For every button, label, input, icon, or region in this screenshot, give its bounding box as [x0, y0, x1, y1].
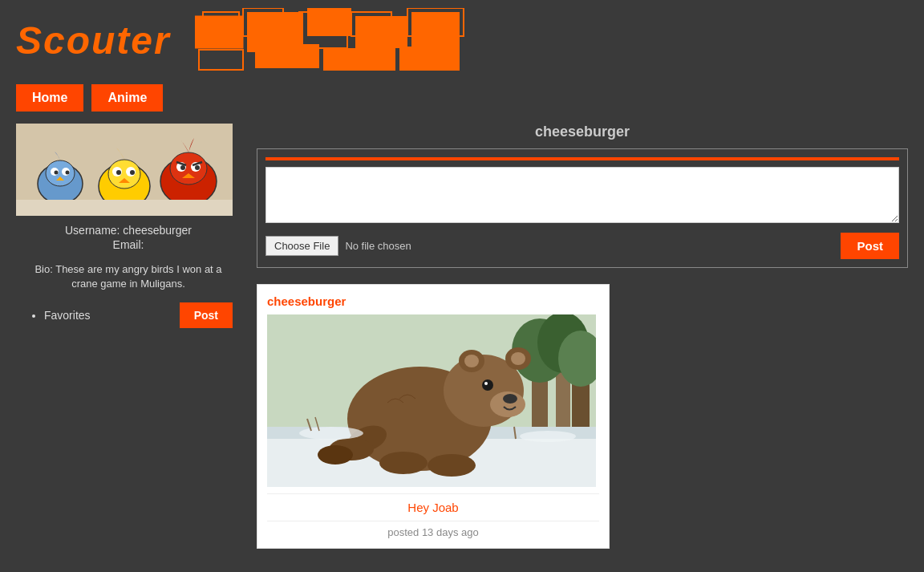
svg-point-33 — [180, 165, 185, 170]
svg-point-62 — [428, 454, 476, 477]
svg-rect-8 — [411, 12, 460, 48]
favorites-list: Favorites — [24, 309, 91, 322]
logo-container: Scouter — [16, 8, 468, 72]
svg-rect-12 — [399, 47, 460, 71]
svg-point-60 — [318, 445, 353, 464]
svg-rect-11 — [323, 48, 395, 71]
svg-point-19 — [55, 171, 59, 175]
svg-point-26 — [116, 170, 121, 175]
svg-rect-38 — [16, 200, 233, 216]
post-card-timestamp: posted 13 days ago — [267, 526, 599, 538]
header: Scouter — [0, 0, 924, 72]
svg-point-34 — [195, 165, 200, 170]
svg-point-61 — [379, 452, 428, 474]
post-textarea[interactable] — [265, 167, 899, 223]
profile-image-svg — [16, 124, 233, 216]
svg-point-52 — [464, 355, 479, 367]
svg-point-63 — [299, 427, 363, 440]
svg-rect-6 — [355, 16, 407, 48]
svg-point-55 — [503, 394, 517, 404]
bear-svg — [267, 314, 596, 487]
svg-point-27 — [130, 170, 135, 175]
bio-label: Bio: These are my angry birds I won at a… — [24, 262, 233, 291]
svg-point-20 — [66, 171, 70, 175]
sidebar: Username: cheeseburger Email: Bio: These… — [16, 124, 241, 549]
sidebar-actions: Favorites Post — [16, 294, 241, 336]
svg-point-16 — [46, 160, 75, 186]
no-file-label: No file chosen — [345, 240, 411, 252]
email-label: Email: — [16, 238, 241, 251]
post-card-image — [267, 314, 596, 487]
main-layout: Username: cheeseburger Email: Bio: These… — [0, 124, 924, 549]
svg-rect-10 — [255, 44, 319, 68]
sidebar-post-button[interactable]: Post — [180, 302, 233, 328]
anime-button[interactable]: Anime — [91, 84, 163, 112]
svg-point-57 — [484, 382, 488, 385]
username-label: Username: cheeseburger — [16, 224, 241, 237]
post-card-username[interactable]: cheeseburger — [267, 294, 599, 308]
post-button[interactable]: Post — [841, 233, 899, 259]
favorites-item: Favorites — [44, 309, 91, 322]
post-form-title: cheeseburger — [257, 124, 908, 140]
post-form-bottom: Choose File No file chosen Post — [265, 233, 899, 259]
home-button[interactable]: Home — [16, 84, 83, 112]
form-progress-bar — [265, 157, 899, 160]
profile-image — [16, 124, 233, 216]
post-card-caption: Hey Joab — [267, 493, 599, 521]
nav-bar: Home Anime — [0, 72, 924, 124]
svg-point-53 — [511, 352, 525, 365]
svg-point-56 — [482, 379, 493, 391]
choose-file-button[interactable]: Choose File — [265, 236, 338, 256]
post-card: cheeseburger — [257, 284, 610, 549]
svg-point-30 — [170, 152, 207, 185]
post-form: Choose File No file chosen Post — [257, 148, 908, 268]
file-input-area: Choose File No file chosen — [265, 236, 834, 256]
profile-info: Username: cheeseburger Email: — [16, 216, 241, 259]
svg-rect-13 — [199, 50, 243, 70]
logo-text: Scouter — [16, 18, 171, 63]
svg-point-64 — [520, 431, 576, 442]
content-area: cheeseburger Choose File No file chosen … — [257, 124, 908, 549]
logo-graphic — [195, 8, 468, 72]
